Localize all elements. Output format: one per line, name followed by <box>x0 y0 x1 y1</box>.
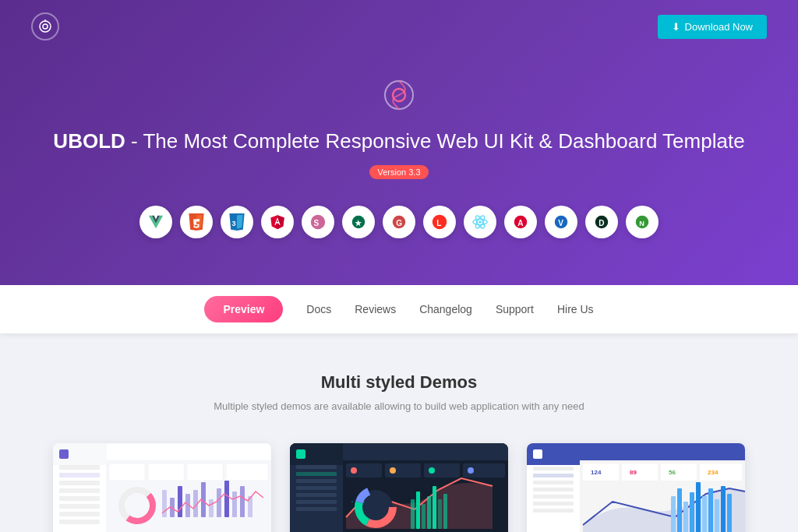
sass-icon: S <box>302 206 334 238</box>
css3-icon: 3 <box>221 206 253 238</box>
svg-rect-83 <box>427 496 431 529</box>
nodejs-icon: N <box>626 206 659 238</box>
nav-changelog-link[interactable]: Changelog <box>419 303 472 315</box>
svg-rect-63 <box>296 465 337 469</box>
nav-preview-button[interactable]: Preview <box>204 296 283 322</box>
svg-text:N: N <box>639 220 644 227</box>
svg-text:S: S <box>314 219 320 227</box>
svg-rect-69 <box>296 507 337 511</box>
hero-logo-icon <box>31 76 767 117</box>
svg-rect-103 <box>533 467 574 470</box>
demos-section-title: Multi styled Demos <box>31 372 767 393</box>
nav-hire-us-link[interactable]: Hire Us <box>557 303 594 315</box>
svg-rect-86 <box>443 494 447 529</box>
nav-support-link[interactable]: Support <box>496 303 534 315</box>
svg-text:234: 234 <box>708 469 719 476</box>
svg-rect-121 <box>677 488 682 532</box>
hero-title: UBOLD - The Most Complete Responsive Web… <box>31 129 767 153</box>
svg-rect-128 <box>721 486 726 532</box>
django-icon: D <box>585 206 618 238</box>
demo-cards-row: Light (Vertical) <box>31 443 767 532</box>
svg-rect-68 <box>296 500 337 504</box>
tech-icons-row: 3 S ★ G L <box>31 206 767 238</box>
svg-rect-108 <box>533 502 574 506</box>
download-label: Download Now <box>685 21 753 33</box>
svg-rect-30 <box>59 481 100 485</box>
svg-point-13 <box>478 220 482 224</box>
download-icon: ⬇ <box>672 21 680 33</box>
svg-rect-82 <box>422 504 425 529</box>
svg-text:D: D <box>598 219 604 227</box>
red-icon: G <box>383 206 415 238</box>
demo-screenshot-dark <box>290 443 508 532</box>
nav-docs-link[interactable]: Docs <box>306 303 331 315</box>
svg-rect-32 <box>59 496 100 501</box>
svg-point-0 <box>40 21 51 32</box>
demo-screenshot-material: 124 89 56 234 <box>527 443 745 532</box>
svg-rect-80 <box>411 499 415 529</box>
svg-rect-27 <box>59 449 69 459</box>
svg-rect-35 <box>59 520 100 524</box>
hero-content: UBOLD - The Most Complete Responsive Web… <box>31 53 767 238</box>
svg-rect-125 <box>702 496 707 532</box>
svg-rect-29 <box>59 473 100 477</box>
vuetify-icon: V <box>545 206 577 238</box>
svg-rect-65 <box>296 479 337 483</box>
svg-rect-62 <box>296 449 305 459</box>
top-bar: ⬇ Download Now <box>31 0 767 53</box>
svg-rect-104 <box>533 474 574 477</box>
angular-icon <box>261 206 294 238</box>
svg-rect-40 <box>226 463 268 481</box>
svg-point-76 <box>351 467 357 474</box>
svg-rect-113 <box>622 463 658 481</box>
svg-text:G: G <box>396 219 402 227</box>
svg-rect-50 <box>217 488 221 517</box>
brand-logo <box>31 12 59 41</box>
svg-rect-67 <box>296 493 337 497</box>
svg-text:★: ★ <box>355 219 362 227</box>
svg-text:124: 124 <box>591 469 602 476</box>
svg-rect-127 <box>715 499 719 532</box>
svg-text:V: V <box>558 219 563 227</box>
svg-point-92 <box>359 499 361 500</box>
svg-rect-36 <box>106 443 271 460</box>
svg-point-94 <box>363 502 365 503</box>
svg-rect-106 <box>533 488 574 491</box>
svg-rect-31 <box>59 488 100 493</box>
react-icon <box>464 206 496 238</box>
svg-rect-105 <box>533 481 574 484</box>
svg-rect-81 <box>416 491 420 529</box>
svg-point-79 <box>468 467 474 474</box>
vuejs-icon <box>139 206 172 238</box>
nav-reviews-link[interactable]: Reviews <box>355 303 396 315</box>
svg-rect-84 <box>433 486 436 529</box>
nav-bar: Preview Docs Reviews Changelog Support H… <box>0 285 798 333</box>
svg-point-1 <box>43 24 48 29</box>
svg-rect-110 <box>580 443 745 460</box>
svg-rect-33 <box>59 504 100 509</box>
version-badge: Version 3.3 <box>369 165 428 179</box>
svg-point-78 <box>429 467 435 474</box>
svg-rect-37 <box>109 463 145 481</box>
svg-rect-53 <box>240 486 245 517</box>
svg-text:3: 3 <box>232 220 236 227</box>
demo-card-semi-dark[interactable]: Semi Dark (Vertical) <box>290 443 508 532</box>
svg-point-77 <box>390 467 396 474</box>
svg-rect-102 <box>533 449 542 459</box>
svg-rect-109 <box>533 509 574 513</box>
demo-card-light[interactable]: Light (Vertical) <box>53 443 271 532</box>
svg-text:56: 56 <box>669 469 676 476</box>
svg-rect-66 <box>296 486 337 490</box>
download-button[interactable]: ⬇ Download Now <box>658 15 767 39</box>
demo-screenshot-light <box>53 443 271 532</box>
demo-card-material[interactable]: 124 89 56 234 <box>527 443 745 532</box>
svg-text:89: 89 <box>630 469 637 476</box>
svg-rect-126 <box>708 488 713 532</box>
svg-text:A: A <box>517 219 524 227</box>
svg-rect-115 <box>700 463 742 481</box>
main-content: Multi styled Demos Multiple styled demos… <box>0 333 798 532</box>
svg-rect-124 <box>696 482 701 532</box>
html5-icon <box>180 206 213 238</box>
svg-rect-107 <box>533 495 574 499</box>
svg-point-93 <box>355 503 357 505</box>
